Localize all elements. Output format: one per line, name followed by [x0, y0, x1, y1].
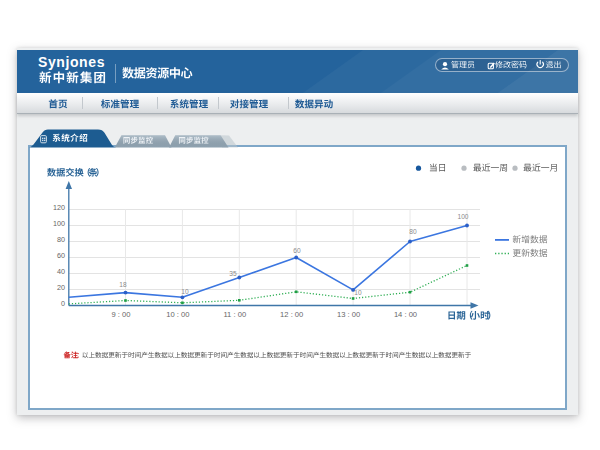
svg-text:0: 0 [61, 299, 65, 308]
svg-text:35: 35 [229, 270, 237, 277]
svg-text:40: 40 [57, 267, 65, 276]
svg-text:100: 100 [53, 219, 65, 228]
svg-text:12 : 00: 12 : 00 [280, 310, 303, 319]
svg-text:10 : 00: 10 : 00 [166, 310, 189, 319]
svg-text:11 : 00: 11 : 00 [223, 310, 246, 319]
svg-text:10: 10 [181, 288, 189, 295]
svg-text:10: 10 [354, 288, 362, 295]
svg-text:120: 120 [53, 203, 65, 212]
svg-text:100: 100 [457, 213, 468, 220]
svg-text:14 : 00: 14 : 00 [394, 310, 417, 319]
svg-text:80: 80 [57, 235, 65, 244]
svg-text:60: 60 [293, 247, 301, 254]
svg-text:20: 20 [57, 283, 65, 292]
svg-text:9 : 00: 9 : 00 [112, 310, 131, 319]
svg-text:18: 18 [119, 280, 127, 287]
svg-text:60: 60 [57, 251, 65, 260]
svg-text:80: 80 [409, 227, 417, 234]
svg-text:13 : 00: 13 : 00 [337, 310, 360, 319]
